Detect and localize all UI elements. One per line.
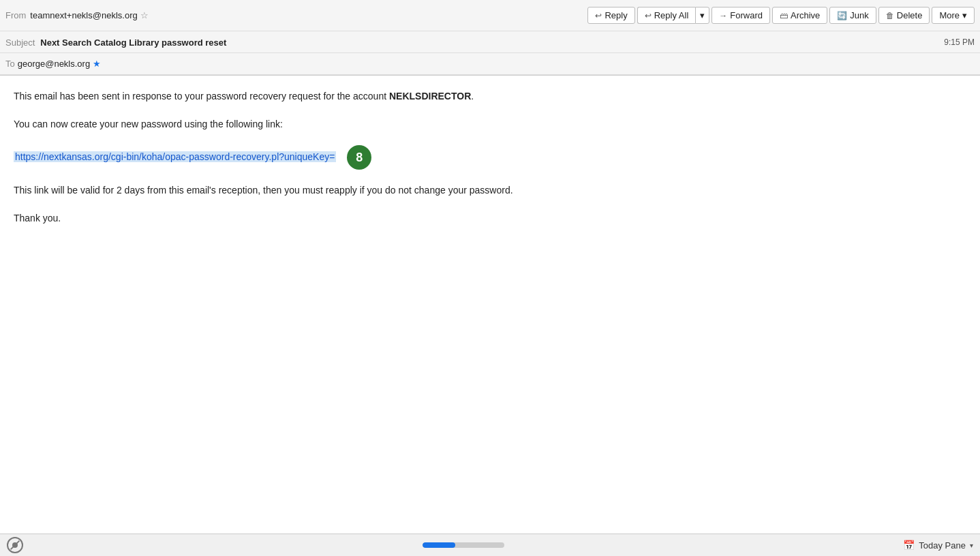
recovery-link[interactable]: https://nextkansas.org/cgi-bin/koha/opac… [14, 151, 339, 162]
to-email: george@nekls.org [18, 59, 90, 69]
to-row: To george@nekls.org ★ [0, 53, 980, 75]
email-body: This email has been sent in response to … [0, 76, 980, 534]
from-section: From teamnext+nekls@nekls.org ☆ [5, 10, 149, 20]
more-chevron-icon: ▾ [962, 10, 967, 20]
more-button[interactable]: More ▾ [932, 7, 975, 24]
today-pane-label: Today Pane [919, 540, 966, 551]
junk-icon: 🔄 [837, 11, 847, 20]
email-footer: 📅 Today Pane ▾ [0, 534, 980, 556]
reply-all-label: Reply All [654, 10, 689, 20]
reply-label: Reply [604, 10, 627, 20]
reply-button[interactable]: ↩ Reply [587, 7, 634, 24]
forward-icon: → [719, 11, 727, 20]
subject-text: Next Search Catalog Library password res… [40, 37, 226, 48]
chevron-down-icon: ▾ [700, 10, 705, 20]
junk-label: Junk [850, 10, 868, 20]
subject-section: Subject Next Search Catalog Library pass… [5, 37, 226, 48]
badge-8: 8 [347, 145, 371, 170]
body-paragraph-4: Thank you. [14, 211, 966, 226]
delete-button[interactable]: 🗑 Delete [878, 7, 930, 24]
recovery-link-text: https://nextkansas.org/cgi-bin/koha/opac… [14, 151, 336, 162]
progress-bar-fill [423, 542, 455, 548]
footer-left [7, 537, 23, 553]
email-header: From teamnext+nekls@nekls.org ☆ ↩ Reply … [0, 0, 980, 76]
body-paragraph-3: This link will be valid for 2 days from … [14, 183, 966, 198]
reply-all-button[interactable]: ↩ Reply All [637, 7, 696, 24]
reply-all-group: ↩ Reply All ▾ [637, 7, 710, 24]
body-paragraph-1: This email has been sent in response to … [14, 89, 966, 104]
archive-icon: 🗃 [780, 11, 788, 20]
from-label: From [5, 10, 26, 20]
footer-center [423, 542, 504, 548]
to-label: To [5, 59, 15, 69]
calendar-icon: 📅 [903, 540, 915, 551]
archive-button[interactable]: 🗃 Archive [772, 7, 827, 24]
footer-right: 📅 Today Pane ▾ [903, 540, 973, 551]
archive-label: Archive [791, 10, 820, 20]
forward-button[interactable]: → Forward [711, 7, 770, 24]
junk-button[interactable]: 🔄 Junk [829, 7, 876, 24]
radio-waves-icon [7, 537, 23, 553]
account-name: NEKLSDIRECTOR [389, 91, 471, 102]
toolbar-buttons: ↩ Reply ↩ Reply All ▾ → Forward 🗃 Archiv… [587, 7, 975, 24]
recovery-link-section: https://nextkansas.org/cgi-bin/koha/opac… [14, 145, 966, 170]
delete-icon: 🗑 [886, 11, 894, 20]
reply-all-dropdown-button[interactable]: ▾ [695, 7, 709, 24]
today-pane-chevron-icon[interactable]: ▾ [970, 542, 973, 549]
paragraph1-text: This email has been sent in response to … [14, 91, 389, 102]
reply-icon: ↩ [595, 11, 602, 20]
subject-row: Subject Next Search Catalog Library pass… [0, 31, 980, 53]
paragraph4-text: Thank you. [14, 213, 61, 223]
paragraph1-end: . [471, 91, 474, 102]
subject-label: Subject [5, 37, 35, 48]
body-paragraph-2: You can now create your new password usi… [14, 117, 966, 132]
to-star-icon[interactable]: ★ [93, 59, 101, 69]
toolbar-row: From teamnext+nekls@nekls.org ☆ ↩ Reply … [0, 0, 980, 31]
paragraph2-text: You can now create your new password usi… [14, 119, 283, 129]
forward-label: Forward [730, 10, 763, 20]
reply-all-icon: ↩ [645, 11, 652, 20]
progress-bar [423, 542, 504, 548]
more-label: More [939, 10, 960, 20]
paragraph3-text: This link will be valid for 2 days from … [14, 185, 513, 196]
from-email: teamnext+nekls@nekls.org [30, 10, 137, 20]
delete-label: Delete [897, 10, 923, 20]
email-time: 9:15 PM [944, 37, 975, 47]
from-star-icon[interactable]: ☆ [140, 10, 149, 20]
